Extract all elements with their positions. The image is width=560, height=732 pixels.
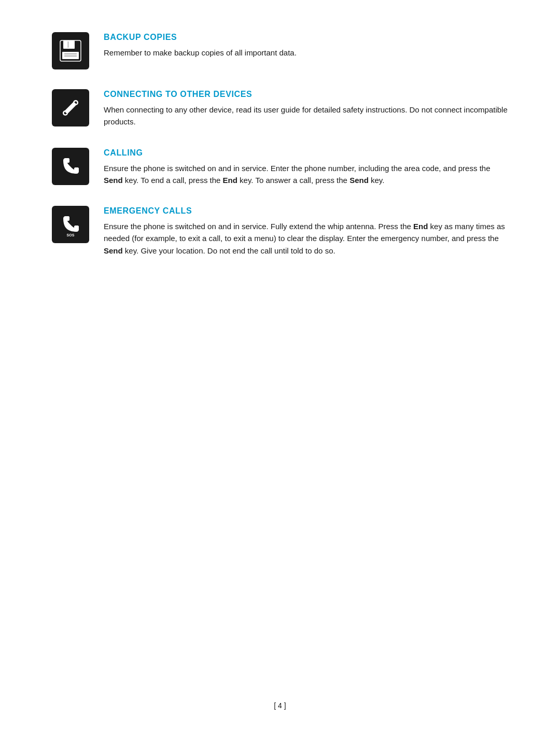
connecting-icon	[58, 95, 83, 120]
page: BACKUP COPIES Remember to make backup co…	[0, 0, 560, 732]
calling-text: Ensure the phone is switched on and in s…	[104, 162, 508, 187]
emergency-calls-title: EMERGENCY CALLS	[104, 205, 508, 217]
backup-copies-text: Remember to make backup copies of all im…	[104, 47, 508, 59]
svg-rect-6	[64, 53, 77, 54]
svg-rect-4	[67, 41, 69, 48]
floppy-disk-icon	[58, 38, 83, 63]
emergency-calls-icon-box: SOS	[52, 206, 89, 243]
emergency-calls-content: EMERGENCY CALLS Ensure the phone is swit…	[104, 205, 508, 257]
phone-icon	[58, 154, 83, 179]
calling-title: CALLING	[104, 147, 508, 159]
section-connecting: CONNECTING TO OTHER DEVICES When connect…	[52, 88, 508, 128]
connecting-icon-box	[52, 89, 89, 126]
backup-copies-icon-box	[52, 32, 89, 69]
svg-rect-13	[65, 102, 77, 114]
page-number: [ 4 ]	[0, 700, 560, 711]
svg-rect-7	[64, 55, 77, 57]
phone-sos-icon: SOS	[58, 212, 83, 237]
section-emergency-calls: SOS EMERGENCY CALLS Ensure the phone is …	[52, 205, 508, 257]
section-calling: CALLING Ensure the phone is switched on …	[52, 147, 508, 187]
calling-icon-box	[52, 148, 89, 185]
svg-text:SOS: SOS	[67, 233, 75, 237]
emergency-calls-text: Ensure the phone is switched on and in s…	[104, 220, 508, 257]
backup-copies-content: BACKUP COPIES Remember to make backup co…	[104, 31, 508, 59]
connecting-content: CONNECTING TO OTHER DEVICES When connect…	[104, 88, 508, 128]
calling-content: CALLING Ensure the phone is switched on …	[104, 147, 508, 187]
section-backup-copies: BACKUP COPIES Remember to make backup co…	[52, 31, 508, 69]
backup-copies-title: BACKUP COPIES	[104, 31, 508, 44]
connecting-text: When connecting to any other device, rea…	[104, 104, 508, 128]
connecting-title: CONNECTING TO OTHER DEVICES	[104, 88, 508, 101]
